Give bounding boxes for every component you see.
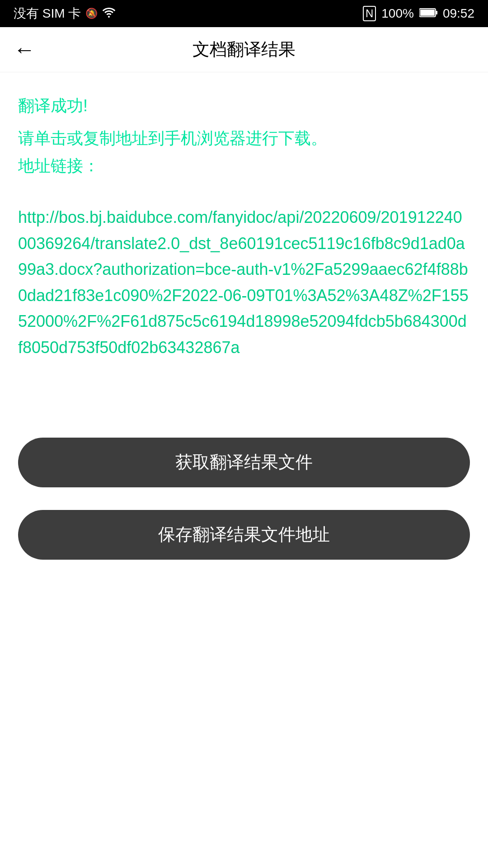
battery-icon xyxy=(419,6,437,21)
svg-rect-2 xyxy=(436,11,437,14)
status-bar: 没有 SIM 卡 🔕 N 100% 09:52 xyxy=(0,0,488,27)
nfc-icon: N xyxy=(363,6,376,21)
button-section: 获取翻译结果文件 保存翻译结果文件地址 xyxy=(0,438,488,560)
status-right: N 100% 09:52 xyxy=(363,6,474,21)
page-title: 文档翻译结果 xyxy=(192,38,296,61)
get-file-button[interactable]: 获取翻译结果文件 xyxy=(18,438,470,487)
sim-icon: 🔕 xyxy=(85,8,98,19)
instruction-text: 请单击或复制地址到手机浏览器进行下载。 xyxy=(18,126,470,151)
success-message: 翻译成功! xyxy=(18,95,470,117)
page-header: ← 文档翻译结果 xyxy=(0,27,488,72)
download-url[interactable]: http://bos.bj.baidubce.com/fanyidoc/api/… xyxy=(18,204,470,361)
main-content: 翻译成功! 请单击或复制地址到手机浏览器进行下载。 地址链接： http://b… xyxy=(0,72,488,420)
save-address-button[interactable]: 保存翻译结果文件地址 xyxy=(18,510,470,560)
wifi-icon xyxy=(102,7,116,21)
back-button[interactable]: ← xyxy=(14,39,35,61)
battery-percent: 100% xyxy=(381,6,414,21)
time-display: 09:52 xyxy=(443,6,474,21)
status-left: 没有 SIM 卡 🔕 xyxy=(14,5,116,22)
carrier-text: 没有 SIM 卡 xyxy=(14,5,81,22)
address-label: 地址链接： xyxy=(18,155,470,177)
svg-rect-1 xyxy=(420,9,435,16)
